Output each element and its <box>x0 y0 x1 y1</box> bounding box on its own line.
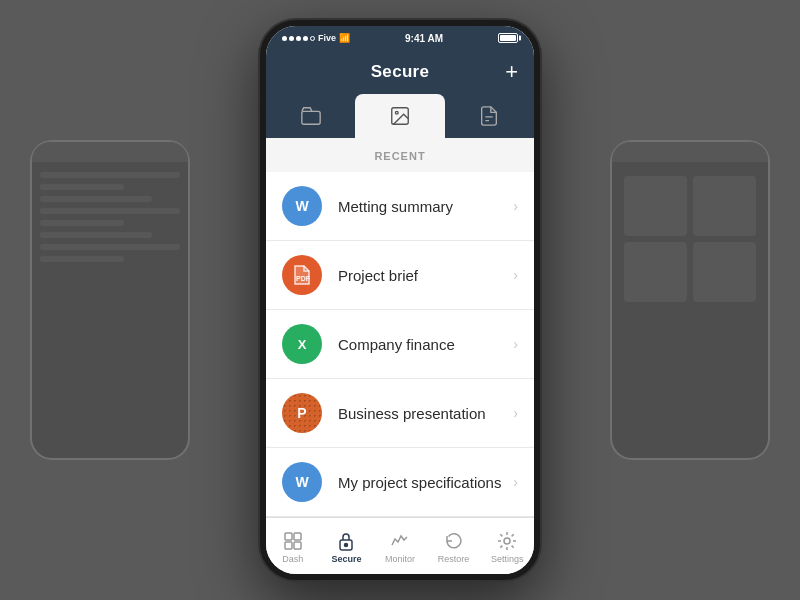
content-area: RECENT W Metting summary › PDF Project b… <box>266 138 534 517</box>
item-name-presentation: Business presentation <box>338 405 513 422</box>
nav-settings-label: Settings <box>491 554 524 564</box>
avatar-pdf: PDF <box>282 255 322 295</box>
battery-fill <box>500 35 516 41</box>
chevron-icon-2: › <box>513 267 518 283</box>
svg-point-2 <box>395 111 398 114</box>
status-bar: Five 📶 9:41 AM <box>266 26 534 50</box>
item-name-meeting: Metting summary <box>338 198 513 215</box>
secure-icon <box>336 531 356 551</box>
nav-secure[interactable]: Secure <box>320 518 374 577</box>
tab-folders[interactable] <box>266 94 355 138</box>
list-item[interactable]: W Metting summary › <box>266 172 534 241</box>
tab-documents[interactable] <box>445 94 534 138</box>
section-header: RECENT <box>266 138 534 172</box>
carrier-name: Five <box>318 33 336 43</box>
nav-dash-label: Dash <box>282 554 303 564</box>
nav-settings[interactable]: Settings <box>480 518 534 577</box>
chevron-icon-1: › <box>513 198 518 214</box>
avatar-x: X <box>282 324 322 364</box>
restore-icon <box>444 531 464 551</box>
nav-secure-label: Secure <box>331 554 361 564</box>
svg-rect-8 <box>285 542 292 549</box>
tab-bar <box>266 94 534 138</box>
svg-rect-6 <box>285 533 292 540</box>
bottom-navigation: Dash Secure Monitor Restore <box>266 517 534 577</box>
app-header: Secure + <box>266 50 534 94</box>
nav-monitor[interactable]: Monitor <box>373 518 427 577</box>
nav-restore[interactable]: Restore <box>427 518 481 577</box>
avatar-w2: W <box>282 462 322 502</box>
avatar-p: P <box>282 393 322 433</box>
list-item[interactable]: W My project specifications › <box>266 448 534 517</box>
monitor-icon <box>390 531 410 551</box>
documents-icon <box>478 105 500 127</box>
signal-dot-2 <box>289 36 294 41</box>
wifi-icon: 📶 <box>339 33 350 43</box>
item-name-finance: Company finance <box>338 336 513 353</box>
nav-restore-label: Restore <box>438 554 470 564</box>
nav-monitor-label: Monitor <box>385 554 415 564</box>
avatar-w1: W <box>282 186 322 226</box>
svg-rect-9 <box>294 542 301 549</box>
battery-icon <box>498 33 518 43</box>
battery-area <box>498 33 518 43</box>
chevron-icon-5: › <box>513 474 518 490</box>
signal-dots <box>282 36 315 41</box>
signal-dot-3 <box>296 36 301 41</box>
svg-point-11 <box>345 544 348 547</box>
signal-dot-5 <box>310 36 315 41</box>
svg-text:PDF: PDF <box>296 275 311 282</box>
list-item[interactable]: PDF Project brief › <box>266 241 534 310</box>
dash-icon <box>283 531 303 551</box>
settings-icon <box>497 531 517 551</box>
add-button[interactable]: + <box>505 59 518 85</box>
svg-point-12 <box>504 538 510 544</box>
item-name-brief: Project brief <box>338 267 513 284</box>
signal-dot-4 <box>303 36 308 41</box>
images-icon <box>389 105 411 127</box>
chevron-icon-4: › <box>513 405 518 421</box>
chevron-icon-3: › <box>513 336 518 352</box>
clock: 9:41 AM <box>405 33 443 44</box>
phone-frame: Five 📶 9:41 AM Secure + <box>260 20 540 580</box>
list-item[interactable]: P Business presentation › <box>266 379 534 448</box>
nav-dash[interactable]: Dash <box>266 518 320 577</box>
list-item[interactable]: X Company finance › <box>266 310 534 379</box>
svg-rect-0 <box>301 111 319 124</box>
svg-rect-7 <box>294 533 301 540</box>
signal-area: Five 📶 <box>282 33 350 43</box>
tab-images[interactable] <box>355 94 444 138</box>
item-name-specs: My project specifications <box>338 474 513 491</box>
signal-dot-1 <box>282 36 287 41</box>
folders-icon <box>300 105 322 127</box>
app-title: Secure <box>371 62 430 82</box>
